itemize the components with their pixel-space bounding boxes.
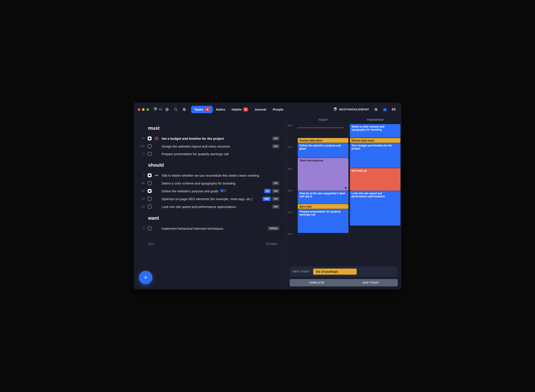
task-checkbox[interactable] bbox=[148, 152, 152, 156]
task-row[interactable]: 32Define the website's purpose and goals… bbox=[138, 187, 279, 195]
task-text: Design the website's layout and menu str… bbox=[161, 145, 269, 148]
task-row[interactable]: 5Implement behavioral interview techniqu… bbox=[138, 224, 279, 232]
task-badge[interactable]: NW bbox=[272, 197, 279, 201]
svg-point-1 bbox=[166, 108, 169, 111]
close-window[interactable] bbox=[138, 108, 140, 111]
calendar-event[interactable]: Select a color scheme and typography for… bbox=[350, 124, 401, 138]
task-row[interactable]: 3Prepare presentation for quaterly earni… bbox=[138, 150, 279, 158]
task-row[interactable]: 27Set a budget and timeline for the proj… bbox=[138, 135, 279, 142]
task-badge[interactable]: HIRING bbox=[268, 226, 280, 231]
tab-label: Journal bbox=[255, 107, 266, 111]
right-tools: MUST/SHOULD/WANT bbox=[331, 106, 397, 113]
filter-label-text: MUST/SHOULD/WANT bbox=[339, 108, 369, 111]
svg-point-2 bbox=[166, 109, 167, 109]
today-column[interactable]: Review daily tasksDefine the website's p… bbox=[297, 123, 349, 263]
task-badges: HIRING bbox=[268, 226, 280, 231]
task-row[interactable]: 15Look into site speed and performance o… bbox=[138, 203, 279, 210]
task-text: Implement behavioral interview technique… bbox=[161, 227, 265, 230]
search-icon[interactable] bbox=[172, 106, 180, 113]
task-checkbox[interactable] bbox=[148, 189, 152, 193]
hour-label: 8pm bbox=[288, 233, 293, 236]
task-badge[interactable]: NW bbox=[272, 144, 279, 148]
task-badge[interactable]: NW bbox=[272, 136, 279, 140]
tab-label: Tasks bbox=[194, 107, 203, 111]
book-icon[interactable] bbox=[390, 106, 397, 113]
task-number: 3 bbox=[138, 152, 145, 155]
calendar-event[interactable]: Team retrospective✆ bbox=[298, 158, 348, 191]
tab-habits[interactable]: Habits2 bbox=[229, 106, 251, 113]
svg-point-3 bbox=[167, 109, 168, 109]
tomorrow-column[interactable]: Select a color scheme and typography for… bbox=[349, 123, 402, 263]
progress-indicator bbox=[220, 189, 227, 192]
calendar-event[interactable]: Set a budget and timeline for the projec… bbox=[350, 143, 401, 168]
weather-widget[interactable]: 63 bbox=[153, 107, 162, 112]
task-checkbox[interactable] bbox=[148, 144, 152, 148]
traffic-lights bbox=[138, 108, 149, 111]
weather-temp: 63 bbox=[159, 108, 162, 111]
filter-dropdown[interactable]: MUST/SHOULD/WANT bbox=[331, 106, 371, 113]
calendar-event[interactable]: Look into site speed and performance opt… bbox=[350, 191, 401, 226]
task-text: Optimize on-page SEO elements (for examp… bbox=[161, 197, 260, 201]
hour-label: 6pm bbox=[288, 189, 293, 192]
col-today-header: TODAY bbox=[297, 118, 349, 121]
tab-notes[interactable]: Notes bbox=[213, 106, 228, 113]
task-badge[interactable]: 45M bbox=[262, 197, 270, 201]
later-section[interactable]: ter 25 tasks bbox=[138, 241, 279, 247]
minimize-window[interactable] bbox=[142, 108, 145, 111]
task-text: Talk to Martin whether we can reschedule… bbox=[161, 174, 279, 177]
gear-icon[interactable] bbox=[181, 106, 188, 113]
task-checkbox[interactable] bbox=[148, 226, 152, 230]
task-row[interactable]: 24Optimize on-page SEO elements (for exa… bbox=[138, 195, 279, 203]
task-badge[interactable]: NW bbox=[272, 189, 279, 193]
calendar-event[interactable]: Get fresh air bbox=[350, 168, 401, 191]
task-row[interactable]: 96Select a color scheme and typography f… bbox=[138, 179, 279, 187]
habit-bar: NEXT HABIT: Do 10 pushups COMPLETE SKIP … bbox=[286, 263, 401, 289]
tab-journal[interactable]: Journal bbox=[251, 106, 269, 113]
task-badge[interactable]: NW bbox=[272, 205, 279, 209]
nav-tabs: Tasks4NotesHabits2JournalPeople bbox=[191, 106, 286, 113]
settings-icon[interactable] bbox=[373, 106, 380, 113]
later-label: ter bbox=[148, 241, 154, 247]
calendar-event[interactable]: Prepare presentation for quaterly earnin… bbox=[298, 209, 348, 233]
task-badges: NW bbox=[272, 181, 279, 185]
calendar-event[interactable]: Review daily tasks bbox=[298, 138, 348, 143]
task-badges: NW bbox=[272, 205, 279, 209]
skip-habit-button[interactable]: SKIP TODAY bbox=[344, 279, 398, 286]
task-row[interactable]: 1Talk to Martin whether we can reschedul… bbox=[138, 172, 279, 179]
calendar-event[interactable]: Eat a fruit bbox=[298, 204, 348, 209]
hour-label: 7pm bbox=[288, 211, 293, 214]
add-task-button[interactable]: + bbox=[139, 271, 152, 284]
calendar-panel: TODAY TOMORROW 3pm4pm5pm6pm7pm8pm Review… bbox=[286, 116, 401, 289]
later-count: 25 tasks bbox=[266, 242, 277, 246]
calendar-icon[interactable] bbox=[381, 106, 389, 113]
task-checkbox[interactable] bbox=[148, 173, 152, 177]
hour-label: 5pm bbox=[288, 167, 293, 170]
hour-label: 4pm bbox=[288, 146, 293, 149]
task-badges: NW bbox=[272, 144, 279, 148]
tab-label: Habits bbox=[232, 107, 242, 111]
mood-icon[interactable] bbox=[163, 106, 171, 113]
calendar-event[interactable]: Review daily tasks bbox=[350, 138, 401, 143]
task-checkbox[interactable] bbox=[148, 205, 152, 209]
task-badges: NW bbox=[272, 136, 279, 140]
layers-icon bbox=[333, 107, 337, 112]
calendar-event[interactable]: Stop by at the new copywriter's desk and… bbox=[298, 191, 348, 204]
task-badge[interactable]: 2H bbox=[264, 189, 271, 193]
task-number: 123 bbox=[138, 145, 145, 148]
tab-tasks[interactable]: Tasks4 bbox=[191, 106, 213, 113]
task-row[interactable]: 123Design the website's layout and menu … bbox=[138, 142, 279, 150]
col-tomorrow-header: TOMORROW bbox=[349, 118, 402, 121]
task-checkbox[interactable] bbox=[148, 136, 152, 140]
task-checkbox[interactable] bbox=[148, 197, 152, 201]
maximize-window[interactable] bbox=[146, 108, 149, 111]
next-habit-value[interactable]: Do 10 pushups bbox=[313, 269, 357, 275]
complete-habit-button[interactable]: COMPLETE bbox=[290, 279, 344, 286]
calendar-body[interactable]: 3pm4pm5pm6pm7pm8pm Review daily tasksDef… bbox=[286, 123, 401, 263]
task-checkbox[interactable] bbox=[148, 181, 152, 185]
task-badge[interactable]: NW bbox=[272, 181, 279, 185]
tab-people[interactable]: People bbox=[270, 106, 286, 113]
priority-icon bbox=[155, 136, 159, 140]
task-badges: 45MNW bbox=[262, 197, 279, 201]
task-text: Define the website's purpose and goals bbox=[161, 189, 261, 193]
calendar-event[interactable]: Define the website's purpose and goals bbox=[298, 143, 348, 158]
